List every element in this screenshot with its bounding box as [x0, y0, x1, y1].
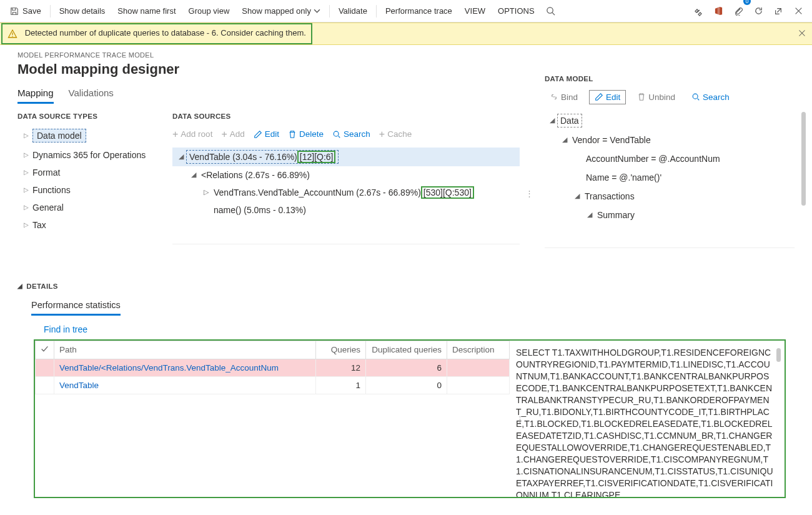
performance-grid: Path Queries Duplicated queries Descript… [35, 341, 510, 394]
breadcrumb: MODEL PERFORMANCE TRACE MODEL [17, 51, 795, 59]
scrollbar[interactable] [801, 112, 806, 206]
unbind-button[interactable]: Unbind [632, 90, 680, 104]
warning-close-button[interactable] [798, 29, 806, 39]
add-button: +Add [221, 129, 244, 140]
close-icon [795, 7, 803, 15]
save-button[interactable]: Save [4, 0, 47, 22]
table-row[interactable]: VendTable/<Relations/VendTrans.VendTable… [36, 359, 510, 376]
refresh-button[interactable] [748, 0, 768, 22]
edit-button[interactable]: Edit [589, 90, 626, 104]
col-dup[interactable]: Duplicated queries [366, 341, 447, 359]
vendtrans-stats-badge: [530][Q:530] [421, 186, 474, 199]
show-name-first-button[interactable]: Show name first [111, 0, 182, 22]
show-mapped-only-button[interactable]: Show mapped only [235, 0, 327, 22]
ds-type-tax[interactable]: ▷Tax [17, 216, 166, 234]
warning-text: Detected number of duplicate queries to … [25, 28, 306, 38]
add-root-button: +Add root [172, 129, 212, 140]
chevron-right-icon: ▷ [20, 186, 32, 193]
vendtable-stats-badge: [12][Q:6] [297, 151, 336, 163]
search-icon [332, 130, 341, 139]
link-icon-button[interactable] [688, 0, 708, 22]
tab-validations[interactable]: Validations [69, 88, 114, 104]
ds-type-general[interactable]: ▷General [17, 199, 166, 216]
view-menu[interactable]: VIEW [458, 0, 492, 22]
chevron-down-icon[interactable]: ◢ [189, 171, 199, 179]
search-icon [691, 92, 700, 101]
ds-type-data-model[interactable]: ▷Data model [17, 125, 166, 146]
dm-node-accountnumber[interactable]: AccountNumber = @.AccountNum [545, 149, 795, 168]
chevron-down-icon[interactable]: ◢ [176, 152, 186, 161]
validate-button[interactable]: Validate [332, 0, 374, 22]
office-button[interactable] [708, 0, 728, 22]
chevron-down-icon[interactable]: ◢ [572, 192, 582, 200]
chevron-right-icon: ▷ [20, 132, 32, 139]
dm-node-name[interactable]: Name = @.'name()' [545, 168, 795, 187]
search-button[interactable] [541, 0, 561, 22]
sql-preview: SELECT T1.TAXWITHHOLDGROUP,T1.RESIDENCEF… [510, 341, 785, 497]
search-button[interactable]: Search [686, 90, 735, 104]
col-queries[interactable]: Queries [316, 341, 366, 359]
tab-mapping[interactable]: Mapping [17, 88, 54, 104]
tree-node-name[interactable]: name() (5.0ms - 0.13%) [172, 201, 520, 219]
top-toolbar: Save Show details Show name first Group … [0, 0, 812, 22]
link-icon [550, 92, 558, 101]
chevron-right-icon: ▷ [20, 169, 32, 176]
popout-button[interactable] [768, 0, 788, 22]
bind-button[interactable]: Bind [545, 90, 583, 104]
chevron-right-icon: ▷ [20, 151, 32, 158]
data-sources-tree: ◢ VendTable (3.04s - 76.16%)[12][Q:6] ◢ … [172, 148, 520, 244]
ds-type-format[interactable]: ▷Format [17, 164, 166, 181]
popout-icon [774, 7, 783, 16]
svg-point-2 [334, 131, 339, 136]
details-section: ◢ DETAILS Performance statistics Find in… [17, 276, 795, 498]
edit-button[interactable]: Edit [254, 129, 279, 140]
cache-button: +Cache [379, 129, 412, 140]
performance-panel: Path Queries Duplicated queries Descript… [34, 339, 786, 498]
close-button[interactable] [788, 0, 808, 22]
svg-point-1 [12, 36, 13, 37]
search-button[interactable]: Search [332, 129, 370, 140]
ds-type-d365[interactable]: ▷Dynamics 365 for Operations [17, 146, 166, 164]
dm-node-data[interactable]: ◢Data [545, 111, 795, 131]
details-header[interactable]: ◢ DETAILS [17, 276, 795, 292]
col-path[interactable]: Path [54, 341, 316, 359]
attachment-button[interactable]: 0 [728, 0, 748, 22]
splitter-grip[interactable]: ⋮ [526, 112, 532, 275]
table-row[interactable]: VendTable 1 0 [36, 376, 510, 394]
row-path-link[interactable]: VendTable [59, 381, 99, 390]
find-in-tree-link[interactable]: Find in tree [44, 324, 795, 334]
chevron-down-icon[interactable]: ◢ [585, 211, 595, 219]
chevron-right-icon[interactable]: ▷ [201, 188, 211, 196]
row-path-link[interactable]: VendTable/<Relations/VendTrans.VendTable… [59, 363, 279, 372]
ds-type-functions[interactable]: ▷Functions [17, 181, 166, 199]
link-icon [693, 6, 703, 16]
dm-node-vendor[interactable]: ◢Vendor = VendTable [545, 131, 795, 149]
search-icon [546, 6, 555, 16]
tab-performance-statistics[interactable]: Performance statistics [31, 295, 121, 316]
scrollbar[interactable] [776, 348, 781, 362]
save-label: Save [22, 6, 41, 16]
section-model-label: DATA MODEL [545, 75, 795, 82]
col-check[interactable] [36, 341, 54, 359]
delete-button[interactable]: Delete [288, 129, 324, 140]
close-icon [798, 29, 806, 37]
show-details-button[interactable]: Show details [53, 0, 112, 22]
tree-node-vendtrans[interactable]: ▷ VendTrans.VendTable_AccountNum (2.67s … [172, 184, 520, 201]
attachment-icon [734, 6, 743, 16]
section-types-label: DATA SOURCE TYPES [17, 112, 166, 120]
svg-point-3 [693, 94, 698, 99]
group-view-button[interactable]: Group view [182, 0, 236, 22]
col-desc[interactable]: Description [447, 341, 510, 359]
tree-node-relations[interactable]: ◢ <Relations (2.67s - 66.89%) [172, 166, 520, 184]
dm-node-transactions[interactable]: ◢Transactions [545, 187, 795, 206]
performance-trace-button[interactable]: Performance trace [379, 0, 458, 22]
tree-node-vendtable[interactable]: ◢ VendTable (3.04s - 76.16%)[12][Q:6] [172, 148, 520, 166]
dm-node-summary[interactable]: ◢Summary [545, 206, 795, 224]
chevron-down-icon[interactable]: ◢ [560, 136, 570, 144]
chevron-down-icon[interactable]: ◢ [547, 116, 557, 124]
chevron-right-icon: ▷ [20, 204, 32, 211]
svg-point-0 [547, 8, 553, 13]
check-icon [41, 345, 49, 353]
warning-highlight: Detected number of duplicate queries to … [1, 23, 312, 44]
options-menu[interactable]: OPTIONS [492, 0, 541, 22]
